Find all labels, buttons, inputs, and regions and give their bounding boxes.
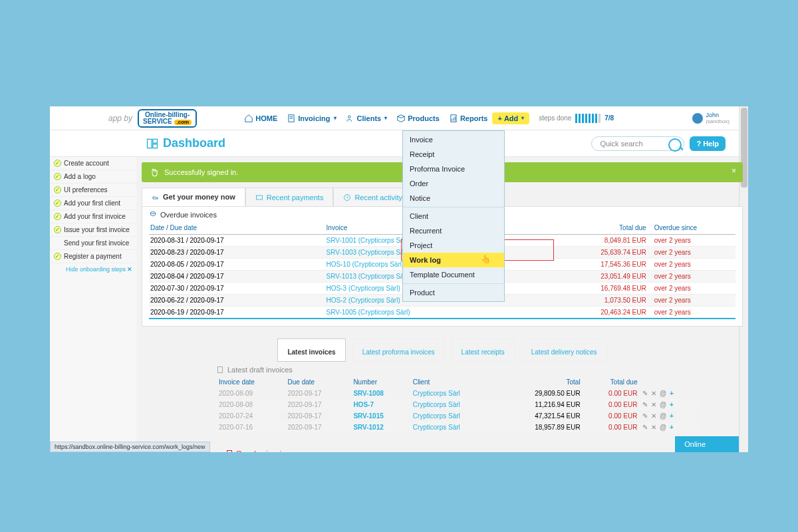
dcol-due[interactable]: Due date — [285, 376, 351, 388]
hand-money-icon — [152, 193, 160, 201]
app-window: app by Online-billing- SERVICE .com HOME… — [50, 106, 748, 452]
reports-icon — [449, 114, 458, 123]
add-menu-item[interactable]: Notice — [403, 191, 504, 205]
add-menu-item[interactable]: Template Document — [403, 267, 504, 282]
table-row[interactable]: 2020-06-19 / 2020-09-17SRV-1005 (Cryptic… — [149, 307, 735, 319]
nav-home[interactable]: HOME — [239, 114, 282, 123]
ltab-invoices[interactable]: Latest invoices — [277, 338, 345, 362]
brand-logo[interactable]: Online-billing- SERVICE .com — [138, 109, 197, 128]
page-title: Dashboard — [146, 136, 225, 150]
check-icon: ✓ — [54, 226, 61, 233]
invoice-number-link[interactable]: HOS-7 — [350, 399, 410, 410]
more-link[interactable]: more + — [216, 437, 730, 444]
online-badge[interactable]: Online — [675, 436, 739, 452]
check-icon: ✓ — [54, 200, 61, 207]
svg-rect-5 — [153, 144, 158, 148]
row-actions[interactable]: ✎ ✕ @ + — [640, 422, 702, 433]
client-link[interactable]: Crypticorps Sàrl — [410, 410, 498, 422]
row-actions[interactable]: ✎ ✕ @ + — [640, 410, 702, 422]
dcol-idate[interactable]: Invoice date — [216, 376, 285, 388]
search-input[interactable]: Quick search — [591, 136, 684, 151]
products-icon — [396, 114, 406, 123]
tab-recent-payments[interactable]: Recent payments — [245, 188, 334, 206]
check-icon: ✓ — [54, 186, 61, 194]
draft-icon — [216, 366, 224, 374]
dcol-client[interactable]: Client — [410, 376, 498, 388]
steps-indicator: steps done 7/8 — [539, 114, 614, 123]
check-icon: ✓ — [54, 173, 61, 180]
svg-rect-4 — [153, 139, 158, 143]
nav-reports[interactable]: Reports — [444, 114, 493, 123]
dashboard-icon — [146, 137, 159, 150]
svg-rect-9 — [218, 367, 223, 373]
dcol-totaldue[interactable]: Total due — [583, 376, 640, 388]
subheader: Dashboard Quick search ? Help — [50, 130, 748, 157]
client-link[interactable]: Crypticorps Sàrl — [410, 399, 498, 410]
overdue-footer[interactable]: Overdue invoices — [225, 450, 748, 452]
ltab-receipts[interactable]: Latest receipts — [452, 338, 515, 362]
row-actions[interactable]: ✎ ✕ @ + — [640, 388, 702, 399]
onboarding-step[interactable]: ✓UI preferences — [50, 184, 136, 197]
ltab-proforma[interactable]: Latest proforma invoices — [352, 338, 445, 362]
add-menu-item[interactable]: Receipt — [403, 147, 504, 162]
search-icon[interactable] — [668, 138, 682, 152]
onboarding-sidebar: ✓Create account✓Add a logo✓UI preference… — [50, 157, 136, 452]
drafts-table: Invoice date Due date Number Client Tota… — [216, 376, 702, 433]
onboarding-step[interactable]: ✓Add a logo — [50, 170, 136, 184]
client-link[interactable]: Crypticorps Sàrl — [410, 388, 498, 399]
invoice-number-link[interactable]: SRV-1015 — [350, 410, 410, 422]
drafts-section: Latest draft invoices Invoice date Due d… — [216, 366, 743, 444]
home-icon — [244, 114, 253, 123]
col-date[interactable]: Date / Due date — [149, 221, 325, 235]
add-menu-item[interactable]: Project — [403, 238, 504, 253]
invoice-link[interactable]: SRV-1005 (Crypticorps Sàrl) — [325, 307, 548, 319]
ltab-delivery[interactable]: Latest delivery notices — [521, 338, 607, 362]
table-row[interactable]: 2020-08-082020-09-17HOS-7Crypticorps Sàr… — [216, 399, 702, 410]
svg-rect-3 — [148, 139, 152, 148]
user-menu[interactable]: John (sandbox) — [692, 112, 730, 124]
client-link[interactable]: Crypticorps Sàrl — [410, 422, 498, 433]
onboarding-step[interactable]: ✓Issue your first invoice — [50, 223, 136, 237]
onboarding-step[interactable]: ✓Add your first invoice — [50, 210, 136, 223]
nav-add[interactable]: Add — [492, 112, 529, 124]
tab-get-money[interactable]: Get your money now — [142, 188, 245, 206]
hide-onboarding[interactable]: Hide onboarding steps ✕ — [50, 263, 136, 275]
onboarding-step[interactable]: ✓Send your first invoice — [50, 237, 136, 250]
hand-icon — [150, 168, 159, 177]
invoice-number-link[interactable]: SRV-1012 — [350, 422, 410, 433]
onboarding-step[interactable]: ✓Create account — [50, 157, 136, 170]
svg-point-1 — [348, 115, 350, 118]
check-icon: ✓ — [54, 160, 61, 167]
add-menu-item[interactable]: Product — [403, 285, 504, 300]
flash-close[interactable]: × — [732, 166, 736, 176]
invoice-icon — [287, 114, 296, 123]
svg-point-8 — [151, 212, 156, 214]
col-total[interactable]: Total due — [548, 221, 648, 235]
nav-products[interactable]: Products — [392, 114, 444, 123]
help-button[interactable]: ? Help — [690, 136, 726, 151]
invoice-number-link[interactable]: SRV-1008 — [350, 388, 410, 399]
nav-clients[interactable]: Clients — [341, 114, 392, 123]
add-menu-item[interactable]: Proforma Invoice — [403, 162, 504, 176]
col-since[interactable]: Overdue since — [648, 221, 735, 235]
table-row[interactable]: 2020-07-242020-09-17SRV-1015Crypticorps … — [216, 410, 702, 422]
cursor-icon: 👆 — [481, 255, 491, 264]
add-menu-item[interactable]: Recurrent — [403, 223, 504, 238]
table-row[interactable]: 2020-07-162020-09-17SRV-1012Crypticorps … — [216, 422, 702, 433]
drafts-title: Latest draft invoices — [216, 366, 743, 374]
onboarding-step[interactable]: ✓Add your first client — [50, 197, 136, 210]
onboarding-step[interactable]: ✓Register a payment — [50, 250, 136, 263]
table-row[interactable]: 2020-08-092020-09-17SRV-1008Crypticorps … — [216, 388, 702, 399]
svg-rect-6 — [256, 196, 262, 200]
add-menu-item[interactable]: Client — [403, 209, 504, 223]
clock-icon — [343, 194, 351, 201]
add-menu-item[interactable]: Invoice — [403, 132, 504, 147]
dcol-total[interactable]: Total — [498, 376, 583, 388]
dcol-num[interactable]: Number — [350, 376, 410, 388]
tab-recent-activity[interactable]: Recent activity — [333, 188, 412, 206]
add-dropdown: InvoiceReceiptProforma InvoiceOrderNotic… — [402, 130, 505, 302]
add-menu-item[interactable]: Work log👆 — [403, 253, 504, 267]
add-menu-item[interactable]: Order — [403, 176, 504, 191]
row-actions[interactable]: ✎ ✕ @ + — [640, 399, 702, 410]
nav-invoicing[interactable]: Invoicing — [282, 114, 340, 123]
